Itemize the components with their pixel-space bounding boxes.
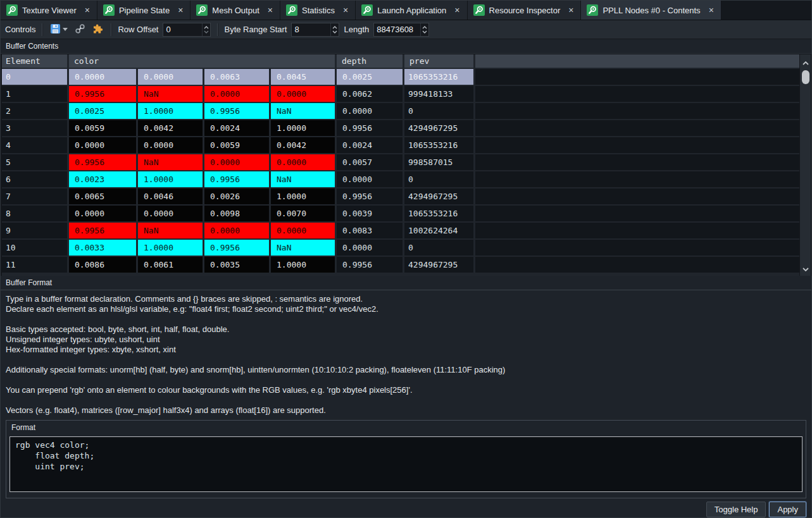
element-cell[interactable]: 7 <box>2 188 67 204</box>
vertical-scrollbar[interactable] <box>800 54 811 276</box>
element-cell[interactable]: 8 <box>2 206 67 221</box>
tab-close-icon[interactable]: × <box>177 5 184 15</box>
tab-close-icon[interactable]: × <box>84 5 91 15</box>
table-row[interactable]: 110.00860.00610.00351.00000.995642949672… <box>2 257 799 273</box>
color-cell[interactable]: 0.0063 <box>204 69 269 85</box>
depth-cell[interactable]: 0.0025 <box>337 69 403 85</box>
color-cell[interactable]: 0.9956 <box>204 171 269 187</box>
color-cell[interactable]: 0.0046 <box>138 188 203 204</box>
element-cell[interactable]: 10 <box>2 240 67 256</box>
apply-button[interactable]: Apply <box>769 502 806 517</box>
color-cell[interactable]: 1.0000 <box>271 257 335 273</box>
prev-cell[interactable]: 1065353216 <box>404 69 473 85</box>
column-header-prev[interactable]: prev <box>404 54 473 68</box>
color-cell[interactable]: 0.9956 <box>204 240 269 256</box>
prev-cell[interactable]: 4294967295 <box>404 188 473 204</box>
color-cell[interactable]: 0.9956 <box>69 154 136 170</box>
prev-cell[interactable]: 1065353216 <box>404 206 473 221</box>
tab-texture-viewer[interactable]: Texture Viewer × <box>1 1 97 20</box>
element-cell[interactable]: 9 <box>2 223 67 238</box>
sync-views-button[interactable] <box>73 22 87 37</box>
tab-launch-application[interactable]: Launch Application × <box>356 1 467 20</box>
color-cell[interactable]: 0.0000 <box>204 86 269 102</box>
color-cell[interactable]: 0.0000 <box>69 206 136 221</box>
color-cell[interactable]: 0.0000 <box>204 223 269 238</box>
byte-range-spin-buttons[interactable] <box>330 23 339 36</box>
tab-close-icon[interactable]: × <box>453 5 461 15</box>
length-spin-buttons[interactable] <box>420 23 428 36</box>
length-stepper[interactable] <box>373 23 429 37</box>
color-cell[interactable]: NaN <box>138 154 203 170</box>
depth-cell[interactable]: 0.0057 <box>337 154 403 170</box>
byte-range-start-stepper[interactable] <box>291 23 339 37</box>
depth-cell[interactable]: 0.0000 <box>337 240 403 256</box>
column-header-depth[interactable]: depth <box>337 54 403 68</box>
toggle-help-button[interactable]: Toggle Help <box>706 502 766 517</box>
color-cell[interactable]: 0.9956 <box>69 86 136 102</box>
depth-cell[interactable]: 0.0039 <box>337 206 403 221</box>
column-header-color[interactable]: color <box>69 54 335 68</box>
element-cell[interactable]: 2 <box>2 103 67 119</box>
table-row[interactable]: 80.00000.00000.00980.00700.0039106535321… <box>2 206 799 221</box>
color-cell[interactable]: 0.0059 <box>204 137 269 153</box>
color-cell[interactable]: 0.0098 <box>204 206 269 221</box>
prev-cell[interactable]: 0 <box>404 240 473 256</box>
color-cell[interactable]: 1.0000 <box>271 120 335 136</box>
depth-cell[interactable]: 0.0083 <box>337 223 403 238</box>
table-row[interactable]: 60.00231.00000.9956NaN0.00000 <box>2 171 799 187</box>
tab-mesh-output[interactable]: Mesh Output × <box>191 1 280 20</box>
table-row[interactable]: 30.00590.00420.00241.00000.9956429496729… <box>2 120 799 136</box>
depth-cell[interactable]: 0.9956 <box>337 257 403 273</box>
color-cell[interactable]: NaN <box>271 103 335 119</box>
color-cell[interactable]: 0.0000 <box>271 223 335 238</box>
color-cell[interactable]: 0.0086 <box>69 257 136 273</box>
prev-cell[interactable]: 0 <box>404 171 473 187</box>
color-cell[interactable]: 0.0025 <box>69 103 136 119</box>
depth-cell[interactable]: 0.0000 <box>337 171 403 187</box>
element-cell[interactable]: 1 <box>2 86 67 102</box>
element-cell[interactable]: 11 <box>2 257 67 273</box>
tab-close-icon[interactable]: × <box>708 5 715 15</box>
table-row[interactable]: 70.00650.00460.00261.00000.9956429496729… <box>2 188 799 204</box>
tab-close-icon[interactable]: × <box>266 5 274 15</box>
prev-cell[interactable]: 998587015 <box>404 154 473 170</box>
color-cell[interactable]: 0.0000 <box>204 154 269 170</box>
tab-ppll-nodes-0-contents[interactable]: PPLL Nodes #0 - Contents × <box>581 1 721 20</box>
table-row[interactable]: 50.9956NaN0.00000.00000.0057998587015 <box>2 154 799 170</box>
element-cell[interactable]: 4 <box>2 137 67 153</box>
extensions-button[interactable] <box>91 22 104 37</box>
color-cell[interactable]: 0.0000 <box>138 206 203 221</box>
color-cell[interactable]: NaN <box>271 240 335 256</box>
depth-cell[interactable]: 0.9956 <box>337 120 403 136</box>
depth-cell[interactable]: 0.0000 <box>337 103 403 119</box>
color-cell[interactable]: 0.0065 <box>69 188 136 204</box>
depth-cell[interactable]: 0.0062 <box>337 86 403 102</box>
color-cell[interactable]: NaN <box>138 223 203 238</box>
color-cell[interactable]: 0.0000 <box>138 137 203 153</box>
element-cell[interactable]: 0 <box>2 69 67 85</box>
color-cell[interactable]: 0.0000 <box>271 154 335 170</box>
color-cell[interactable]: 0.0042 <box>138 120 203 136</box>
format-declaration-input[interactable]: rgb vec4 color; float depth; uint prev; <box>9 436 803 492</box>
color-cell[interactable]: 0.0026 <box>204 188 269 204</box>
tab-close-icon[interactable]: × <box>342 5 349 15</box>
tab-pipeline-state[interactable]: Pipeline State × <box>97 1 191 20</box>
color-cell[interactable]: 1.0000 <box>138 103 203 119</box>
color-cell[interactable]: 0.0042 <box>271 137 335 153</box>
row-offset-stepper[interactable] <box>163 23 211 37</box>
table-row[interactable]: 90.9956NaN0.00000.00000.00831002624264 <box>2 223 799 238</box>
scrollbar-thumb[interactable] <box>802 70 809 84</box>
color-cell[interactable]: 0.9956 <box>69 223 136 238</box>
color-cell[interactable]: 0.0033 <box>69 240 136 256</box>
prev-cell[interactable]: 4294967295 <box>404 120 473 136</box>
save-button[interactable] <box>49 22 69 37</box>
depth-cell[interactable]: 0.0024 <box>337 137 403 153</box>
color-cell[interactable]: 0.0035 <box>204 257 269 273</box>
scroll-down-icon[interactable] <box>803 261 809 276</box>
row-offset-spin-buttons[interactable] <box>202 23 210 36</box>
color-cell[interactable]: 0.9956 <box>204 103 269 119</box>
length-input[interactable] <box>374 23 420 36</box>
prev-cell[interactable]: 4294967295 <box>404 257 473 273</box>
color-cell[interactable]: NaN <box>271 171 335 187</box>
tab-resource-inspector[interactable]: Resource Inspector × <box>468 1 582 20</box>
